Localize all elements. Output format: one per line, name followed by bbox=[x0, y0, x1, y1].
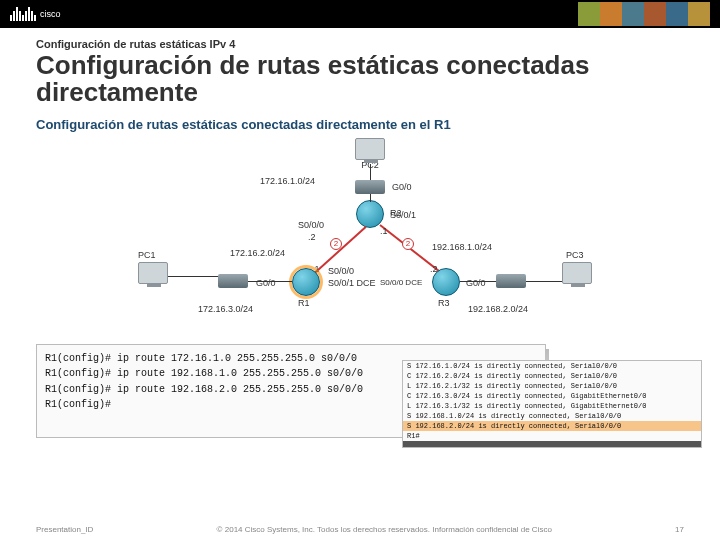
pc3-label: PC3 bbox=[566, 250, 584, 260]
s000dce-r3: S0/0/0 DCE bbox=[380, 278, 422, 287]
cisco-bars-icon bbox=[10, 7, 36, 21]
route-row: C 172.16.2.0/24 is directly connected, S… bbox=[403, 371, 701, 381]
s001dce-r1: S0/0/1 DCE bbox=[328, 278, 376, 288]
p1-a: .1 bbox=[380, 226, 388, 236]
brand-text: cisco bbox=[40, 9, 61, 19]
route-row: L 172.16.3.1/32 is directly connected, G… bbox=[403, 401, 701, 411]
eyebrow-text: Configuración de rutas estáticas IPv 4 bbox=[36, 38, 684, 50]
net-rightlan-label: 192.168.2.0/24 bbox=[468, 304, 528, 314]
s000-r2: S0/0/0 bbox=[298, 220, 324, 230]
net-leftlan-label: 172.16.3.0/24 bbox=[198, 304, 253, 314]
panel-title: Configuración de rutas estáticas conecta… bbox=[36, 117, 684, 132]
route-row: L 172.16.2.1/32 is directly connected, S… bbox=[403, 381, 701, 391]
pc1-label: PC1 bbox=[138, 250, 156, 260]
route-row: S 172.16.1.0/24 is directly connected, S… bbox=[403, 361, 701, 371]
footer-center: © 2014 Cisco Systems, Inc. Todos los der… bbox=[217, 525, 552, 534]
router-icon bbox=[292, 268, 320, 296]
route-row: S 192.168.2.0/24 is directly connected, … bbox=[403, 421, 701, 431]
top-bar: cisco bbox=[0, 0, 720, 28]
people-strip-icon bbox=[578, 2, 710, 26]
footer-left: Presentation_ID bbox=[36, 525, 93, 534]
page-number: 17 bbox=[675, 525, 684, 534]
pc-icon bbox=[355, 138, 385, 160]
r3-label: R3 bbox=[438, 298, 450, 308]
link-line bbox=[460, 281, 496, 282]
s000-r1: S0/0/0 bbox=[328, 266, 354, 276]
net-rightlink-label: 192.168.1.0/24 bbox=[432, 242, 492, 252]
cost-badge: 2 bbox=[402, 238, 414, 250]
link-line bbox=[370, 194, 371, 202]
r1-label: R1 bbox=[298, 298, 310, 308]
cost-badge: 2 bbox=[330, 238, 342, 250]
switch-icon bbox=[355, 180, 385, 194]
panel-footer-bar bbox=[403, 441, 701, 447]
network-diagram: PC2 172.16.1.0/24 G0/0 R2 S0/0/0 S0/0/1 … bbox=[80, 138, 640, 338]
route-row: R1# bbox=[403, 431, 701, 441]
g00-r3: G0/0 bbox=[466, 278, 486, 288]
route-row: S 192.168.1.0/24 is directly connected, … bbox=[403, 411, 701, 421]
router-icon bbox=[432, 268, 460, 296]
cli-panel-route-table: S 172.16.1.0/24 is directly connected, S… bbox=[402, 360, 702, 448]
link-line bbox=[168, 276, 218, 277]
switch-icon bbox=[496, 274, 526, 288]
page-title: Configuración de rutas estáticas conecta… bbox=[36, 52, 684, 107]
net-top-label: 172.16.1.0/24 bbox=[260, 176, 315, 186]
slide-footer: Presentation_ID © 2014 Cisco Systems, In… bbox=[0, 525, 720, 534]
route-row: C 172.16.3.0/24 is directly connected, G… bbox=[403, 391, 701, 401]
switch-icon bbox=[218, 274, 248, 288]
link-line bbox=[370, 164, 371, 180]
p2-a: .2 bbox=[308, 232, 316, 242]
link-line bbox=[526, 281, 562, 282]
g00-r1: G0/0 bbox=[256, 278, 276, 288]
g00-top: G0/0 bbox=[392, 182, 412, 192]
brand-logo: cisco bbox=[10, 7, 61, 21]
s001-r2: S0/0/1 bbox=[390, 210, 416, 220]
pc-icon bbox=[562, 262, 592, 284]
net-leftlink-label: 172.16.2.0/24 bbox=[230, 248, 285, 258]
pc-icon bbox=[138, 262, 168, 284]
link-line bbox=[248, 281, 292, 282]
